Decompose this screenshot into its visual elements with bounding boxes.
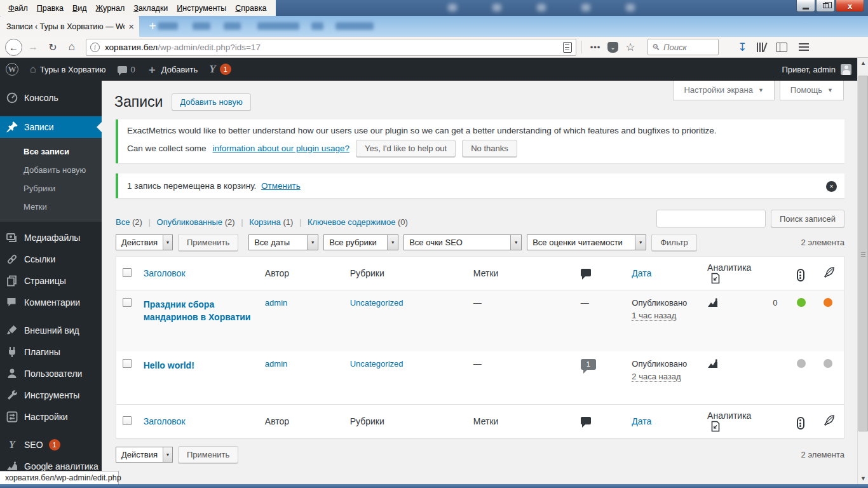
- new-content-menu[interactable]: ＋ Добавить: [141, 58, 203, 81]
- settings-icon: [6, 410, 18, 423]
- scrollbar-thumb[interactable]: [858, 76, 868, 431]
- row-checkbox[interactable]: [123, 298, 132, 307]
- sort-date[interactable]: Дата: [632, 416, 651, 426]
- add-new-button[interactable]: Добавить новую: [172, 93, 250, 111]
- filter-all[interactable]: Все: [116, 217, 130, 227]
- yoast-menu[interactable]: Y 1: [203, 58, 236, 81]
- tab-close-icon[interactable]: ×: [128, 22, 134, 31]
- close-button[interactable]: x: [836, 0, 864, 12]
- submenu-add-new[interactable]: Добавить новую: [0, 161, 102, 179]
- page-scrollbar[interactable]: ▲ ▼: [857, 58, 868, 484]
- menu-view[interactable]: Вид: [68, 2, 92, 15]
- sidebar-toggle-icon[interactable]: [776, 43, 787, 52]
- minimize-button[interactable]: [796, 0, 815, 12]
- sidebar-item-settings[interactable]: Настройки: [0, 406, 102, 428]
- post-title-link[interactable]: Праздник сбора мандаринов в Хорватии: [144, 298, 252, 324]
- category-link[interactable]: Uncategorized: [350, 359, 403, 369]
- dismiss-notice-icon[interactable]: ×: [826, 181, 837, 192]
- filter-published[interactable]: Опубликованные: [157, 217, 223, 227]
- sidebar-item-posts[interactable]: Записи: [0, 116, 102, 138]
- submenu-all-posts[interactable]: Все записи: [0, 142, 102, 161]
- downloads-icon[interactable]: ↧: [733, 41, 752, 54]
- author-link[interactable]: admin: [265, 359, 287, 369]
- browser-search-box[interactable]: 🔍︎: [648, 39, 719, 55]
- wordpress-logo-icon: W: [6, 63, 18, 76]
- sidebar-item-plugins[interactable]: Плагины: [0, 341, 102, 363]
- sort-date[interactable]: Дата: [632, 268, 651, 278]
- submenu-tags[interactable]: Метки: [0, 198, 102, 216]
- url-bar[interactable]: i хорватия.бел /wp-admin/edit.php?ids=17: [86, 39, 576, 56]
- post-title-link[interactable]: Hello world!: [144, 359, 252, 372]
- site-info-icon[interactable]: i: [90, 43, 100, 52]
- undo-link[interactable]: Отменить: [261, 181, 301, 191]
- categories-select[interactable]: Все рубрики ▼: [323, 234, 398, 250]
- sidebar-label: Ссылки: [24, 254, 55, 264]
- menu-edit[interactable]: Правка: [32, 2, 68, 15]
- apply-button-bottom[interactable]: Применить: [178, 446, 238, 463]
- screen-options-tab[interactable]: Настройки экрана ▼: [673, 81, 774, 100]
- menu-file[interactable]: Файл: [4, 2, 32, 15]
- menu-tools[interactable]: Инструменты: [172, 2, 231, 15]
- comments-bubble[interactable]: 1: [581, 359, 596, 370]
- back-icon[interactable]: ←: [5, 39, 22, 56]
- sidebar-item-media[interactable]: Медиафайлы: [0, 227, 102, 248]
- search-posts-input[interactable]: [656, 210, 766, 227]
- sidebar-item-comments[interactable]: Комментарии: [0, 292, 102, 313]
- no-thanks-button[interactable]: No thanks: [462, 140, 517, 157]
- select-all-checkbox[interactable]: [123, 416, 132, 425]
- sidebar-item-seo[interactable]: Y SEO 1: [0, 434, 102, 456]
- browser-search-input[interactable]: [663, 43, 708, 52]
- search-posts-button[interactable]: Поиск записей: [771, 210, 844, 227]
- yes-help-button[interactable]: Yes, I'd like to help out: [356, 140, 456, 157]
- ghost-blob: [448, 4, 457, 11]
- bulk-actions-select[interactable]: Действия ▼: [116, 234, 173, 250]
- tab-posts[interactable]: Записи ‹ Туры в Хорватию — Wor ×: [0, 16, 139, 37]
- readability-select[interactable]: Все оценки читаемости ▼: [527, 234, 646, 250]
- filter-cornerstone[interactable]: Ключевое содержимое: [308, 217, 395, 227]
- help-tab[interactable]: Помощь ▼: [780, 81, 844, 100]
- scroll-down-icon[interactable]: ▼: [858, 473, 868, 484]
- hamburger-menu-icon[interactable]: [799, 41, 809, 53]
- scrollbar-grip: [861, 251, 865, 258]
- sidebar-item-links[interactable]: Ссылки: [0, 248, 102, 270]
- menu-help[interactable]: Справка: [231, 2, 271, 15]
- menu-history[interactable]: Журнал: [92, 2, 130, 15]
- wp-logo-menu[interactable]: W: [0, 58, 24, 81]
- filter-button[interactable]: Фильтр: [651, 234, 697, 251]
- select-all-checkbox[interactable]: [123, 268, 132, 277]
- bookmark-star-icon[interactable]: ☆: [622, 41, 639, 54]
- site-menu[interactable]: ⌂ Туры в Хорватию: [24, 58, 112, 81]
- bulk-actions-select-bottom[interactable]: Действия ▼: [116, 447, 173, 463]
- filter-trash[interactable]: Корзина: [249, 217, 281, 227]
- home-icon[interactable]: ⌂: [63, 41, 81, 53]
- plugin-usage-link[interactable]: information about our plugin usage?: [213, 144, 349, 153]
- restore-button[interactable]: [816, 0, 835, 12]
- apply-button[interactable]: Применить: [178, 234, 238, 251]
- comments-menu[interactable]: 0: [112, 58, 141, 81]
- account-menu[interactable]: Привет, admin: [782, 64, 868, 75]
- sidebar-item-appearance[interactable]: Внешний вид: [0, 320, 102, 341]
- analytics-chart-icon[interactable]: [707, 359, 721, 369]
- sort-title[interactable]: Заголовок: [144, 416, 186, 426]
- menu-bookmarks[interactable]: Закладки: [129, 2, 172, 15]
- reader-mode-icon[interactable]: [563, 42, 572, 53]
- dates-select[interactable]: Все даты ▼: [248, 234, 318, 250]
- sidebar-item-users[interactable]: Пользователи: [0, 363, 102, 384]
- sidebar-item-pages[interactable]: Страницы: [0, 270, 102, 292]
- sidebar-item-tools[interactable]: Инструменты: [0, 384, 102, 406]
- sidebar-item-dashboard[interactable]: Консоль: [0, 87, 102, 109]
- exactmetrics-notice: ExactMetrics would like to better unders…: [116, 119, 844, 163]
- forward-icon[interactable]: →: [25, 41, 41, 53]
- page-actions-icon[interactable]: •••: [587, 43, 604, 52]
- submenu-categories[interactable]: Рубрики: [0, 179, 102, 198]
- sort-title[interactable]: Заголовок: [144, 268, 186, 278]
- seo-scores-select[interactable]: Все очки SEO ▼: [403, 234, 522, 250]
- scroll-up-icon[interactable]: ▲: [858, 58, 868, 69]
- category-link[interactable]: Uncategorized: [350, 298, 403, 308]
- reload-icon[interactable]: ↻: [44, 41, 62, 53]
- analytics-chart-icon[interactable]: [707, 298, 721, 308]
- author-link[interactable]: admin: [265, 298, 287, 308]
- row-checkbox[interactable]: [123, 359, 132, 368]
- library-icon[interactable]: [752, 43, 771, 52]
- pocket-icon[interactable]: ⌄: [607, 42, 618, 53]
